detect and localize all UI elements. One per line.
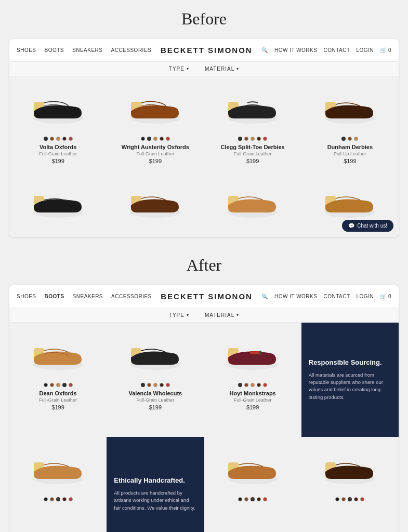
nav-contact[interactable]: CONTACT	[323, 47, 350, 53]
color-dot[interactable]	[141, 137, 145, 141]
color-dot[interactable]	[244, 137, 248, 141]
color-dot[interactable]	[69, 497, 73, 501]
color-dot[interactable]	[160, 383, 164, 387]
color-dot[interactable]	[354, 137, 358, 141]
list-item[interactable]: Volta Oxfords Full-Grain Leather $199	[9, 76, 107, 170]
list-item[interactable]: Hoyt Monkstraps Full-Grain Leather $199	[204, 323, 301, 437]
list-item[interactable]	[9, 170, 107, 237]
color-dot[interactable]	[244, 383, 248, 387]
type-filter[interactable]: TYPE ▾	[169, 312, 189, 318]
color-dot[interactable]	[44, 137, 48, 141]
nav-accessories[interactable]: ACCESSORIES	[111, 294, 152, 299]
product-name: Dunham Derbies	[307, 144, 393, 150]
shoe-image	[209, 445, 296, 492]
nav-boots[interactable]: BOOTS	[45, 47, 64, 53]
list-item[interactable]: Dean Oxfords Full-Grain Leather $199	[9, 323, 107, 437]
color-dot[interactable]	[354, 497, 358, 501]
nav-accessories[interactable]: ACCESSORIES	[111, 47, 152, 53]
color-dot[interactable]	[251, 497, 255, 501]
color-dot[interactable]	[238, 383, 242, 387]
list-item[interactable]: Dunham Derbies Pull-Up Leather $199	[301, 76, 399, 170]
color-dot[interactable]	[238, 137, 242, 141]
color-dot[interactable]	[263, 137, 267, 141]
product-material: Full-Grain Leather	[15, 397, 101, 403]
color-options	[307, 497, 393, 501]
list-item[interactable]	[9, 437, 107, 532]
nav-login[interactable]: LOGIN	[357, 47, 374, 53]
color-dot[interactable]	[56, 383, 60, 387]
chat-button[interactable]: 💬 Chat with us!	[342, 220, 393, 232]
color-dot[interactable]	[62, 137, 67, 141]
after-brand[interactable]: BECKETT SIMONON	[152, 292, 262, 301]
list-item[interactable]	[204, 437, 301, 532]
color-dot[interactable]	[348, 497, 352, 501]
list-item[interactable]	[107, 170, 204, 237]
color-dot[interactable]	[69, 383, 73, 387]
color-dot[interactable]	[62, 383, 67, 387]
search-icon[interactable]: 🔍	[261, 47, 268, 53]
color-dot[interactable]	[160, 137, 164, 141]
color-dot[interactable]	[244, 497, 248, 501]
color-dot[interactable]	[69, 137, 73, 141]
color-options	[209, 137, 296, 141]
color-dot[interactable]	[153, 137, 157, 141]
nav-sneakers[interactable]: SNEAKERS	[72, 47, 102, 53]
color-dot[interactable]	[56, 497, 60, 501]
color-dot[interactable]	[257, 497, 261, 501]
color-dot[interactable]	[263, 497, 267, 501]
color-dot[interactable]	[251, 137, 255, 141]
color-dot[interactable]	[360, 497, 364, 501]
nav-shoes[interactable]: SHOES	[17, 294, 36, 299]
color-dot[interactable]	[263, 383, 267, 387]
list-item[interactable]: Valencia Wholecuts Full-Grain Leather $1…	[107, 323, 204, 437]
color-dot[interactable]	[147, 383, 151, 387]
color-dot[interactable]	[50, 137, 54, 141]
shoe-image	[15, 445, 101, 492]
material-filter[interactable]: MATERIAL ▾	[205, 66, 239, 72]
color-dot[interactable]	[335, 497, 339, 501]
info-card-text: All products are handcrafted by artisans…	[114, 489, 196, 512]
nav-shoes[interactable]: SHOES	[17, 47, 36, 53]
color-dot[interactable]	[251, 383, 255, 387]
before-product-grid-wrapper: Volta Oxfords Full-Grain Leather $199	[9, 76, 399, 237]
color-dot[interactable]	[238, 497, 242, 501]
color-dot[interactable]	[50, 383, 54, 387]
nav-sneakers[interactable]: SNEAKERS	[73, 294, 103, 299]
color-dot[interactable]	[166, 383, 170, 387]
list-item[interactable]	[301, 437, 399, 532]
color-dot[interactable]	[348, 137, 352, 141]
color-dot[interactable]	[56, 137, 60, 141]
color-dot[interactable]	[44, 383, 48, 387]
color-dot[interactable]	[141, 383, 145, 387]
color-dot[interactable]	[153, 383, 157, 387]
color-options	[15, 497, 101, 501]
before-product-grid: Volta Oxfords Full-Grain Leather $199	[9, 76, 399, 237]
search-icon[interactable]: 🔍	[261, 294, 268, 299]
material-filter[interactable]: MATERIAL ▾	[205, 312, 239, 318]
shoe-image	[209, 179, 296, 225]
cart-icon[interactable]: 🛒 0	[380, 294, 391, 299]
color-dot[interactable]	[341, 497, 346, 501]
shoe-image	[15, 179, 101, 225]
nav-boots[interactable]: BOOTS	[45, 294, 64, 299]
list-item[interactable]: Wright Austerity Oxfords Full-Grain Leat…	[107, 76, 204, 170]
nav-contact[interactable]: CONTACT	[323, 294, 350, 299]
color-dot[interactable]	[50, 497, 54, 501]
before-brand[interactable]: BECKETT SIMONON	[151, 46, 261, 55]
color-dot[interactable]	[257, 137, 261, 141]
color-dot[interactable]	[44, 497, 48, 501]
list-item[interactable]: Clegg Split-Toe Derbies Full-Grain Leath…	[204, 76, 301, 170]
shoe-image	[209, 331, 296, 378]
list-item[interactable]	[204, 170, 301, 237]
color-dot[interactable]	[257, 383, 261, 387]
type-filter[interactable]: TYPE ▾	[169, 66, 189, 72]
nav-login[interactable]: LOGIN	[357, 294, 374, 299]
nav-how-it-works[interactable]: HOW IT WORKS	[274, 294, 317, 299]
color-dot[interactable]	[147, 137, 151, 141]
cart-icon[interactable]: 🛒 0	[380, 47, 391, 53]
color-dot[interactable]	[341, 137, 346, 141]
after-product-grid-wrapper: Dean Oxfords Full-Grain Leather $199	[9, 323, 399, 532]
color-dot[interactable]	[62, 497, 67, 501]
nav-how-it-works[interactable]: HOW IT WORKS	[274, 47, 317, 53]
color-dot[interactable]	[166, 137, 170, 141]
